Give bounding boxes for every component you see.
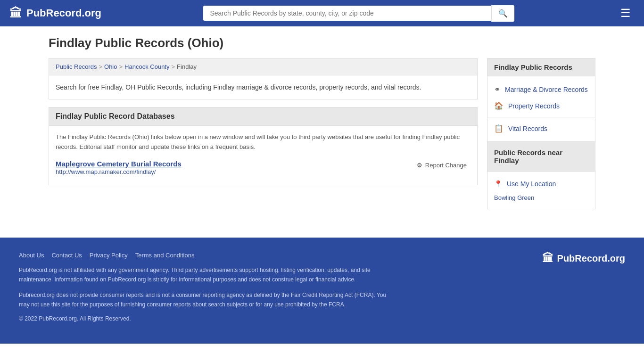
report-change-icon: ⚙ (417, 162, 422, 169)
breadcrumb-sep-1: > (99, 63, 102, 70)
footer-contact[interactable]: Contact Us (51, 252, 82, 259)
marriage-divorce-icon: ⚭ (494, 85, 500, 94)
right-sidebar: Findlay Public Records ⚭ Marriage & Divo… (487, 58, 595, 209)
footer-logo-text: PubRecord.org (557, 253, 625, 264)
record-info: Maplegrove Cemetery Burial Records http:… (56, 160, 182, 175)
content-wrapper: Public Records > Ohio > Hancock County >… (49, 58, 595, 209)
footer-left: About Us Contact Us Privacy Policy Terms… (19, 252, 396, 322)
footer-top: About Us Contact Us Privacy Policy Terms… (19, 252, 625, 322)
search-area: 🔍 (203, 5, 514, 22)
breadcrumb: Public Records > Ohio > Hancock County >… (49, 58, 478, 75)
sidebar-link-property[interactable]: 🏠 Property Records (487, 98, 595, 114)
nearby-city-bowling-green[interactable]: Bowling Green (487, 191, 595, 204)
record-url[interactable]: http://www.map.ramaker.com/findlay/ (56, 168, 156, 175)
site-header: 🏛 PubRecord.org 🔍 ☰ (0, 0, 644, 26)
record-link[interactable]: Maplegrove Cemetery Burial Records (56, 160, 182, 168)
use-my-location-label: Use My Location (507, 180, 556, 188)
property-icon: 🏠 (494, 101, 504, 110)
site-logo[interactable]: 🏛 PubRecord.org (9, 6, 101, 21)
left-content: Public Records > Ohio > Hancock County >… (49, 58, 478, 209)
breadcrumb-sep-2: > (119, 63, 123, 70)
search-input[interactable] (203, 6, 491, 21)
vital-records-icon: 📋 (494, 124, 504, 133)
db-description: The Findlay Public Records (Ohio) links … (56, 132, 471, 152)
record-entry: Maplegrove Cemetery Burial Records http:… (56, 160, 471, 175)
logo-text: PubRecord.org (26, 7, 101, 19)
breadcrumb-sep-3: > (171, 63, 175, 70)
report-change-button[interactable]: ⚙ Report Change (413, 160, 471, 171)
db-section-body: The Findlay Public Records (Ohio) links … (49, 126, 478, 185)
db-section-header: Findlay Public Record Databases (49, 107, 478, 126)
footer-logo-icon: 🏛 (542, 252, 553, 265)
page-title: Findlay Public Records (Ohio) (49, 36, 595, 50)
logo-icon: 🏛 (9, 6, 22, 21)
footer-privacy[interactable]: Privacy Policy (90, 252, 128, 259)
breadcrumb-ohio[interactable]: Ohio (104, 63, 117, 70)
location-pin-icon: 📍 (494, 180, 502, 188)
footer-about[interactable]: About Us (19, 252, 44, 259)
site-footer: About Us Contact Us Privacy Policy Terms… (0, 238, 644, 344)
footer-terms[interactable]: Terms and Conditions (135, 252, 195, 259)
breadcrumb-public-records[interactable]: Public Records (56, 63, 97, 70)
sidebar-link-marriage-divorce[interactable]: ⚭ Marriage & Divorce Records (487, 81, 595, 98)
footer-disclaimer1: PubRecord.org is not affiliated with any… (19, 265, 396, 285)
footer-disclaimer2: Pubrecord.org does not provide consumer … (19, 290, 396, 310)
footer-links: About Us Contact Us Privacy Policy Terms… (19, 252, 396, 259)
sidebar-link-vital[interactable]: 📋 Vital Records (487, 120, 595, 137)
sidebar-divider (487, 117, 595, 117)
sidebar-link-marriage-label: Marriage & Divorce Records (505, 86, 588, 93)
search-button[interactable]: 🔍 (491, 5, 514, 22)
footer-logo[interactable]: 🏛 PubRecord.org (542, 252, 625, 265)
breadcrumb-hancock-county[interactable]: Hancock County (124, 63, 169, 70)
sidebar-findlay-title: Findlay Public Records (487, 58, 595, 76)
use-my-location-item[interactable]: 📍 Use My Location (487, 176, 595, 191)
sidebar-nearby-title: Public Records near Findlay (487, 142, 595, 172)
main-container: Findlay Public Records (Ohio) Public Rec… (39, 26, 605, 219)
hamburger-menu-icon[interactable]: ☰ (617, 5, 635, 22)
breadcrumb-findlay: Findlay (177, 63, 197, 70)
db-section-title: Findlay Public Record Databases (56, 112, 175, 120)
sidebar-link-vital-label: Vital Records (508, 125, 547, 132)
footer-copyright: © 2022 PubRecord.org. All Rights Reserve… (19, 315, 396, 322)
sidebar-nearby-body: 📍 Use My Location Bowling Green (487, 172, 595, 209)
page-description: Search for free Findlay, OH Public Recor… (49, 75, 478, 99)
report-change-label: Report Change (425, 162, 467, 169)
sidebar-links: ⚭ Marriage & Divorce Records 🏠 Property … (487, 76, 595, 142)
description-text: Search for free Findlay, OH Public Recor… (56, 83, 421, 91)
sidebar-link-property-label: Property Records (508, 102, 560, 110)
